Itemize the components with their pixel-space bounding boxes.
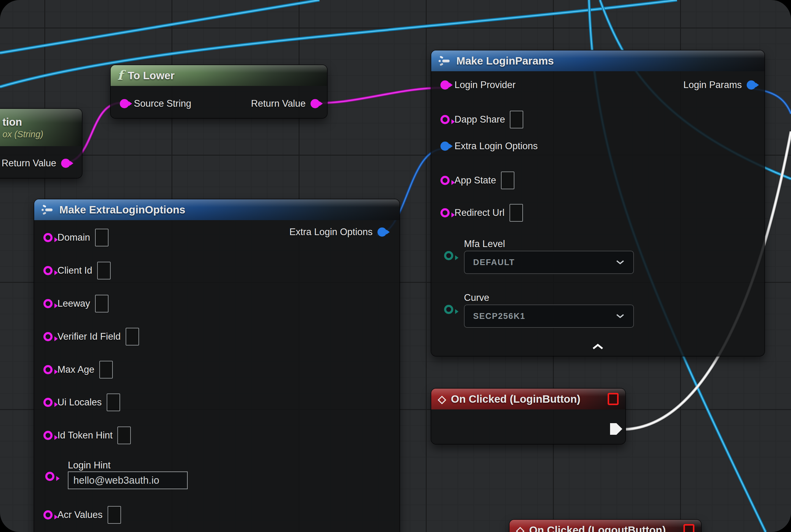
pin-label-leeway: Leeway [57, 298, 90, 309]
pin-label-acr-values: Acr Values [57, 509, 103, 520]
node-on-clicked-logout-button[interactable]: ◇ On Clicked (LogoutButton) [509, 520, 701, 532]
node-get-text-header[interactable]: tion ox (String) [0, 109, 82, 146]
string-input-pin[interactable] [440, 208, 449, 217]
wire-magenta-tolower-to-loginprovider [310, 88, 443, 103]
pin-label-client-id: Client Id [57, 265, 92, 276]
pin-label-app-state: App State [455, 175, 496, 186]
node-title: On Clicked (LoginButton) [451, 393, 580, 405]
struct-output-pin[interactable] [747, 80, 756, 90]
string-input-pin[interactable] [440, 176, 449, 185]
node-subtitle: ox (String) [2, 129, 43, 139]
curve-label: Curve [464, 292, 489, 303]
enum-input-pin[interactable] [444, 251, 453, 260]
blueprint-graph-canvas[interactable]: tion ox (String) Return Value f To Lower… [0, 0, 791, 532]
string-output-pin[interactable] [310, 99, 320, 108]
pin-label-return-value: Return Value [2, 158, 56, 169]
redirect-url-value-box[interactable] [509, 204, 523, 222]
pin-label-extra-login-options-out: Extra Login Options [289, 227, 372, 238]
node-title: tion [2, 116, 22, 128]
node-on-clicked-login-header[interactable]: ◇ On Clicked (LoginButton) [431, 388, 625, 410]
client-id-value-box[interactable] [97, 262, 111, 280]
string-input-pin[interactable] [43, 299, 53, 308]
function-icon: f [117, 69, 123, 82]
string-input-pin[interactable] [43, 266, 53, 275]
node-make-extra-login-options-header[interactable]: Make ExtraLoginOptions [34, 200, 400, 220]
chevron-down-icon [616, 260, 625, 265]
id-token-hint-value-box[interactable] [117, 426, 131, 444]
collapse-node-button[interactable] [592, 343, 604, 352]
login-hint-label: Login Hint [68, 460, 111, 471]
pin-label-dapp-share: Dapp Share [455, 114, 505, 125]
login-hint-value: hello@web3auth.io [73, 475, 159, 486]
string-input-pin[interactable] [43, 365, 53, 374]
login-hint-input[interactable]: hello@web3auth.io [68, 472, 188, 489]
curve-dropdown[interactable]: SECP256K1 [464, 305, 634, 328]
event-icon: ◇ [438, 393, 446, 405]
blueprint-editor-screenshot: tion ox (String) Return Value f To Lower… [0, 0, 791, 532]
delegate-icon[interactable] [607, 393, 619, 405]
make-struct-icon [41, 204, 54, 216]
node-title: On Clicked (LogoutButton) [529, 524, 666, 532]
node-get-text-partial[interactable]: tion ox (String) Return Value [0, 109, 82, 178]
max-age-value-box[interactable] [99, 361, 113, 379]
pin-label-return-value: Return Value [251, 98, 306, 109]
pin-label-ui-locales: Ui Locales [57, 397, 102, 408]
pin-label-redirect-url: Redirect Url [455, 207, 505, 218]
node-title: Make ExtraLoginOptions [59, 204, 185, 216]
enum-input-pin[interactable] [444, 305, 453, 314]
node-make-login-params[interactable]: Make LoginParams Login Provider Login Pa… [431, 51, 765, 356]
node-title: Make LoginParams [456, 55, 554, 67]
struct-output-pin[interactable] [378, 227, 387, 236]
acr-values-value-box[interactable] [108, 506, 121, 524]
node-title: To Lower [128, 70, 175, 82]
pin-label-id-token-hint: Id Token Hint [57, 430, 113, 441]
string-output-pin[interactable] [61, 159, 70, 168]
wire-cyan-topleft-a [0, 0, 320, 53]
curve-value: SECP256K1 [473, 311, 525, 321]
ui-locales-value-box[interactable] [107, 394, 120, 411]
mfa-level-label: Mfa Level [464, 239, 505, 249]
string-input-pin[interactable] [440, 115, 449, 124]
node-on-clicked-login-button[interactable]: ◇ On Clicked (LoginButton) [431, 388, 625, 444]
app-state-value-box[interactable] [501, 172, 515, 189]
node-make-extra-login-options[interactable]: Make ExtraLoginOptions Domain Extra Logi… [34, 200, 400, 532]
exec-output-pin[interactable] [610, 423, 622, 435]
leeway-value-box[interactable] [95, 295, 109, 312]
mfa-level-dropdown[interactable]: DEFAULT [464, 251, 634, 274]
pin-label-login-params-out: Login Params [683, 79, 742, 91]
struct-input-pin[interactable] [440, 141, 449, 151]
verifier-id-field-value-box[interactable] [126, 328, 139, 345]
string-input-pin[interactable] [43, 510, 53, 519]
node-to-lower[interactable]: f To Lower Source String Return Value [111, 65, 327, 118]
string-input-pin[interactable] [43, 431, 53, 440]
string-input-pin[interactable] [45, 472, 54, 481]
event-icon: ◇ [516, 524, 524, 532]
string-input-pin[interactable] [43, 332, 53, 341]
string-input-pin[interactable] [43, 398, 53, 407]
node-to-lower-header[interactable]: f To Lower [111, 65, 327, 86]
chevron-down-icon [616, 314, 625, 319]
pin-label-max-age: Max Age [57, 364, 94, 375]
pin-label-verifier-id-field: Verifier Id Field [57, 331, 121, 342]
delegate-icon[interactable] [683, 524, 694, 532]
dapp-share-value-box[interactable] [510, 111, 523, 128]
node-make-login-params-header[interactable]: Make LoginParams [431, 51, 765, 71]
pin-label-extra-login-options: Extra Login Options [455, 141, 538, 152]
chevron-up-icon [592, 343, 604, 350]
mfa-level-value: DEFAULT [473, 258, 515, 267]
make-struct-icon [438, 55, 451, 67]
node-on-clicked-logout-header[interactable]: ◇ On Clicked (LogoutButton) [509, 520, 701, 532]
